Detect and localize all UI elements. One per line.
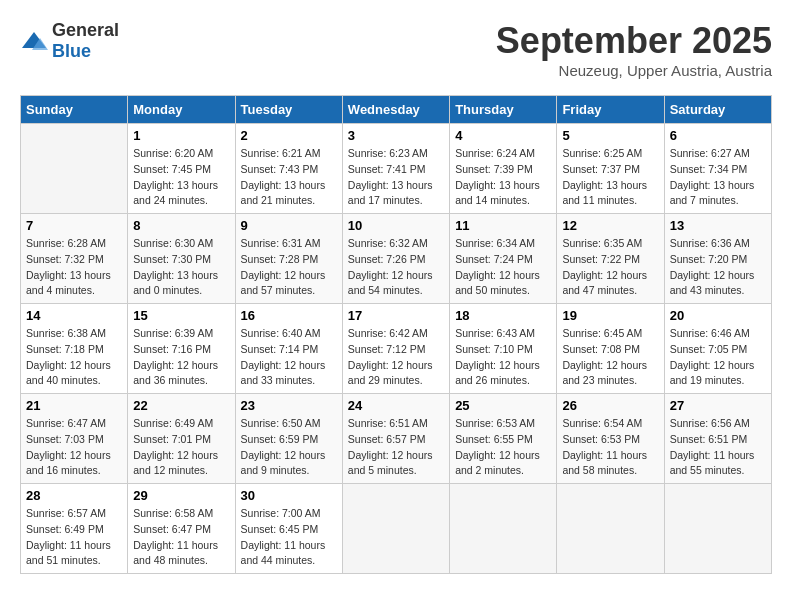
calendar-week-row: 28Sunrise: 6:57 AMSunset: 6:49 PMDayligh… (21, 484, 772, 574)
day-number: 25 (455, 398, 551, 413)
column-header-friday: Friday (557, 96, 664, 124)
calendar-week-row: 14Sunrise: 6:38 AMSunset: 7:18 PMDayligh… (21, 304, 772, 394)
calendar-header-row: SundayMondayTuesdayWednesdayThursdayFrid… (21, 96, 772, 124)
calendar-title: September 2025 (496, 20, 772, 62)
day-number: 24 (348, 398, 444, 413)
calendar-week-row: 21Sunrise: 6:47 AMSunset: 7:03 PMDayligh… (21, 394, 772, 484)
calendar-cell: 24Sunrise: 6:51 AMSunset: 6:57 PMDayligh… (342, 394, 449, 484)
day-info: Sunrise: 6:31 AMSunset: 7:28 PMDaylight:… (241, 236, 337, 299)
column-header-tuesday: Tuesday (235, 96, 342, 124)
day-info: Sunrise: 6:20 AMSunset: 7:45 PMDaylight:… (133, 146, 229, 209)
day-info: Sunrise: 6:23 AMSunset: 7:41 PMDaylight:… (348, 146, 444, 209)
logo-text-blue: Blue (52, 41, 91, 61)
calendar-cell: 5Sunrise: 6:25 AMSunset: 7:37 PMDaylight… (557, 124, 664, 214)
column-header-thursday: Thursday (450, 96, 557, 124)
calendar-cell: 9Sunrise: 6:31 AMSunset: 7:28 PMDaylight… (235, 214, 342, 304)
calendar-cell (21, 124, 128, 214)
day-number: 7 (26, 218, 122, 233)
calendar-week-row: 1Sunrise: 6:20 AMSunset: 7:45 PMDaylight… (21, 124, 772, 214)
calendar-cell: 2Sunrise: 6:21 AMSunset: 7:43 PMDaylight… (235, 124, 342, 214)
logo: General Blue (20, 20, 119, 62)
logo-text-general: General (52, 20, 119, 40)
calendar-cell: 3Sunrise: 6:23 AMSunset: 7:41 PMDaylight… (342, 124, 449, 214)
day-number: 29 (133, 488, 229, 503)
day-info: Sunrise: 6:47 AMSunset: 7:03 PMDaylight:… (26, 416, 122, 479)
day-number: 9 (241, 218, 337, 233)
day-info: Sunrise: 6:24 AMSunset: 7:39 PMDaylight:… (455, 146, 551, 209)
column-header-sunday: Sunday (21, 96, 128, 124)
title-block: September 2025 Neuzeug, Upper Austria, A… (496, 20, 772, 79)
day-number: 11 (455, 218, 551, 233)
day-info: Sunrise: 6:39 AMSunset: 7:16 PMDaylight:… (133, 326, 229, 389)
day-number: 14 (26, 308, 122, 323)
calendar-cell: 29Sunrise: 6:58 AMSunset: 6:47 PMDayligh… (128, 484, 235, 574)
calendar-cell (664, 484, 771, 574)
day-number: 12 (562, 218, 658, 233)
day-info: Sunrise: 6:58 AMSunset: 6:47 PMDaylight:… (133, 506, 229, 569)
column-header-monday: Monday (128, 96, 235, 124)
day-info: Sunrise: 6:35 AMSunset: 7:22 PMDaylight:… (562, 236, 658, 299)
calendar-cell: 26Sunrise: 6:54 AMSunset: 6:53 PMDayligh… (557, 394, 664, 484)
calendar-cell: 22Sunrise: 6:49 AMSunset: 7:01 PMDayligh… (128, 394, 235, 484)
day-number: 26 (562, 398, 658, 413)
calendar-cell: 30Sunrise: 7:00 AMSunset: 6:45 PMDayligh… (235, 484, 342, 574)
day-info: Sunrise: 6:42 AMSunset: 7:12 PMDaylight:… (348, 326, 444, 389)
day-number: 21 (26, 398, 122, 413)
calendar-cell: 28Sunrise: 6:57 AMSunset: 6:49 PMDayligh… (21, 484, 128, 574)
calendar-cell: 1Sunrise: 6:20 AMSunset: 7:45 PMDaylight… (128, 124, 235, 214)
column-header-saturday: Saturday (664, 96, 771, 124)
page-header: General Blue September 2025 Neuzeug, Upp… (20, 20, 772, 79)
calendar-cell: 4Sunrise: 6:24 AMSunset: 7:39 PMDaylight… (450, 124, 557, 214)
day-info: Sunrise: 6:56 AMSunset: 6:51 PMDaylight:… (670, 416, 766, 479)
calendar-cell: 14Sunrise: 6:38 AMSunset: 7:18 PMDayligh… (21, 304, 128, 394)
column-header-wednesday: Wednesday (342, 96, 449, 124)
day-info: Sunrise: 6:40 AMSunset: 7:14 PMDaylight:… (241, 326, 337, 389)
day-number: 27 (670, 398, 766, 413)
day-number: 17 (348, 308, 444, 323)
calendar-cell: 10Sunrise: 6:32 AMSunset: 7:26 PMDayligh… (342, 214, 449, 304)
day-number: 15 (133, 308, 229, 323)
calendar-cell: 18Sunrise: 6:43 AMSunset: 7:10 PMDayligh… (450, 304, 557, 394)
calendar-cell (450, 484, 557, 574)
calendar-subtitle: Neuzeug, Upper Austria, Austria (496, 62, 772, 79)
calendar-cell: 16Sunrise: 6:40 AMSunset: 7:14 PMDayligh… (235, 304, 342, 394)
calendar-cell: 13Sunrise: 6:36 AMSunset: 7:20 PMDayligh… (664, 214, 771, 304)
day-info: Sunrise: 6:46 AMSunset: 7:05 PMDaylight:… (670, 326, 766, 389)
day-number: 20 (670, 308, 766, 323)
day-info: Sunrise: 6:32 AMSunset: 7:26 PMDaylight:… (348, 236, 444, 299)
day-info: Sunrise: 6:43 AMSunset: 7:10 PMDaylight:… (455, 326, 551, 389)
day-number: 16 (241, 308, 337, 323)
day-number: 6 (670, 128, 766, 143)
day-info: Sunrise: 6:27 AMSunset: 7:34 PMDaylight:… (670, 146, 766, 209)
day-info: Sunrise: 6:21 AMSunset: 7:43 PMDaylight:… (241, 146, 337, 209)
calendar-cell: 21Sunrise: 6:47 AMSunset: 7:03 PMDayligh… (21, 394, 128, 484)
calendar-cell: 11Sunrise: 6:34 AMSunset: 7:24 PMDayligh… (450, 214, 557, 304)
day-info: Sunrise: 6:38 AMSunset: 7:18 PMDaylight:… (26, 326, 122, 389)
calendar-cell: 23Sunrise: 6:50 AMSunset: 6:59 PMDayligh… (235, 394, 342, 484)
calendar-cell: 27Sunrise: 6:56 AMSunset: 6:51 PMDayligh… (664, 394, 771, 484)
day-info: Sunrise: 6:53 AMSunset: 6:55 PMDaylight:… (455, 416, 551, 479)
calendar-cell (557, 484, 664, 574)
calendar-cell: 6Sunrise: 6:27 AMSunset: 7:34 PMDaylight… (664, 124, 771, 214)
day-info: Sunrise: 6:28 AMSunset: 7:32 PMDaylight:… (26, 236, 122, 299)
day-number: 2 (241, 128, 337, 143)
day-info: Sunrise: 7:00 AMSunset: 6:45 PMDaylight:… (241, 506, 337, 569)
day-number: 1 (133, 128, 229, 143)
day-info: Sunrise: 6:50 AMSunset: 6:59 PMDaylight:… (241, 416, 337, 479)
day-info: Sunrise: 6:54 AMSunset: 6:53 PMDaylight:… (562, 416, 658, 479)
day-info: Sunrise: 6:36 AMSunset: 7:20 PMDaylight:… (670, 236, 766, 299)
day-number: 4 (455, 128, 551, 143)
calendar-week-row: 7Sunrise: 6:28 AMSunset: 7:32 PMDaylight… (21, 214, 772, 304)
day-number: 30 (241, 488, 337, 503)
calendar-cell: 20Sunrise: 6:46 AMSunset: 7:05 PMDayligh… (664, 304, 771, 394)
day-number: 5 (562, 128, 658, 143)
calendar-cell: 19Sunrise: 6:45 AMSunset: 7:08 PMDayligh… (557, 304, 664, 394)
day-number: 8 (133, 218, 229, 233)
calendar-cell: 12Sunrise: 6:35 AMSunset: 7:22 PMDayligh… (557, 214, 664, 304)
calendar-cell: 7Sunrise: 6:28 AMSunset: 7:32 PMDaylight… (21, 214, 128, 304)
day-number: 22 (133, 398, 229, 413)
day-info: Sunrise: 6:45 AMSunset: 7:08 PMDaylight:… (562, 326, 658, 389)
calendar-cell (342, 484, 449, 574)
day-info: Sunrise: 6:49 AMSunset: 7:01 PMDaylight:… (133, 416, 229, 479)
calendar-cell: 8Sunrise: 6:30 AMSunset: 7:30 PMDaylight… (128, 214, 235, 304)
